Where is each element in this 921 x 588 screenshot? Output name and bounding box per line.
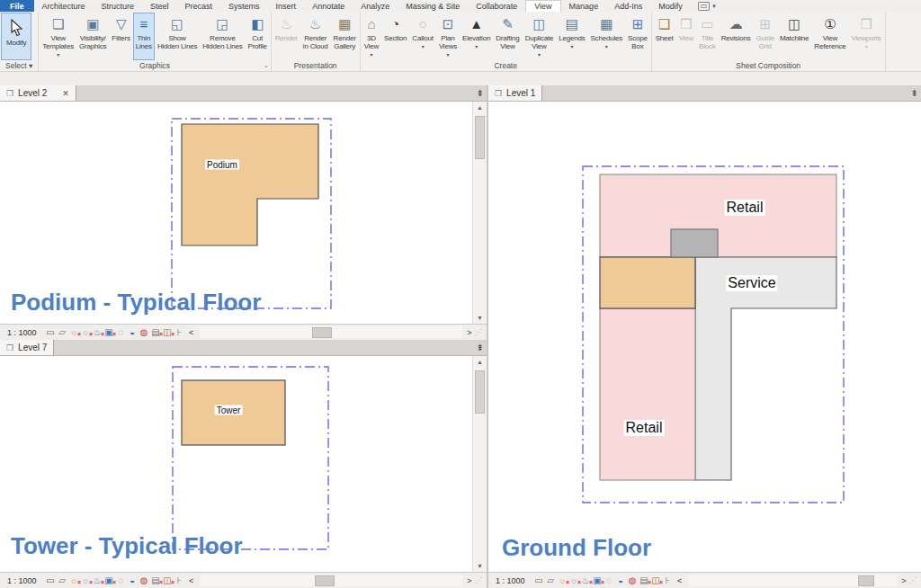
close-view-icon[interactable]: ✕ [62,89,69,98]
show-crop-region-icon[interactable]: ◌ [604,575,614,586]
crop-view-icon[interactable]: ▣× [592,575,603,586]
reveal-constraints-icon[interactable]: ⊦ [174,575,184,586]
ribbon-button-filters[interactable]: ▽Filters [109,13,132,60]
rendering-dialog-icon[interactable]: ♨× [92,575,103,586]
ribbon-button-view-templates[interactable]: ❏View Templates▾ [40,13,76,60]
tab-list-icon[interactable]: ⇟ [911,85,918,101]
resize-grip-icon[interactable]: ⋰ [475,328,487,336]
ribbon-tab-massing-site[interactable]: Massing & Site [398,0,468,12]
temporary-hide-isolate-icon[interactable]: ◒ [615,575,626,586]
rendering-dialog-icon[interactable]: ♨× [92,327,103,338]
view-tab-level-2[interactable]: ❐ Level 2 ✕ [0,85,76,101]
scrollbar-thumb[interactable] [315,575,335,586]
ribbon-button-elevation[interactable]: ▲Elevation▾ [460,13,493,60]
detail-level-icon[interactable]: ▭ [45,327,56,338]
detail-level-icon[interactable]: ▭ [45,575,56,586]
sun-path-icon[interactable]: ☼× [68,327,79,338]
reveal-hidden-elements-icon[interactable]: ◍ [139,327,149,338]
ribbon-button-matchline[interactable]: ◫Matchline [777,13,811,60]
ribbon-button-legends[interactable]: ▤Legends▾ [556,13,587,60]
hide-analytical-model-icon[interactable]: ◫× [650,575,661,586]
core-block[interactable] [671,229,718,257]
ribbon-button-visibility-graphics[interactable]: ▣Visibility/ Graphics [76,13,109,60]
room-label-service[interactable]: Service [726,275,777,291]
crop-view-icon[interactable]: ▣× [103,575,114,586]
ribbon-display-toggle[interactable]: ▭ ▾ [691,0,723,12]
view-tab-level-1[interactable]: ❐ Level 1 [488,85,542,101]
ribbon-tab-manage[interactable]: Manage [561,0,607,12]
scroll-right-icon[interactable]: > [464,328,475,337]
scroll-right-icon[interactable]: > [464,576,475,585]
ribbon-button-sheet[interactable]: ❑Sheet [653,13,676,60]
ribbon-button-render-gallery[interactable]: ▦Render Gallery [331,13,359,60]
resize-grip-icon[interactable]: ⋰ [475,576,487,584]
temporary-view-properties-icon[interactable]: ▤× [150,327,161,338]
scrollbar-thumb[interactable] [475,370,485,414]
tab-list-icon[interactable]: ⇟ [477,340,484,355]
collapse-icon[interactable]: < [189,576,193,585]
scroll-up-icon[interactable]: ▲ [473,356,487,368]
scroll-down-icon[interactable]: ▼ [473,312,487,324]
view-title-podium[interactable]: Podium - Typical Floor [11,289,261,316]
visual-style-icon[interactable]: ▱ [57,575,67,586]
scroll-down-icon[interactable]: ▼ [473,560,487,572]
view-tab-level-7[interactable]: ❐ Level 7 [0,340,54,355]
vertical-scrollbar[interactable]: ▲ ▼ [472,356,487,572]
show-crop-region-icon[interactable]: ◌ [115,575,126,586]
ribbon-tab-view[interactable]: View [525,0,560,12]
temporary-view-properties-icon[interactable]: ▤× [150,575,161,586]
scale-button[interactable]: 1 : 1000 [7,328,45,337]
ribbon-tab-steel[interactable]: Steel [142,0,177,12]
shadows-icon[interactable]: ☼× [568,575,579,586]
rendering-dialog-icon[interactable]: ♨× [580,575,591,586]
temporary-view-properties-icon[interactable]: ▤× [639,575,649,586]
ribbon-button-viewports[interactable]: ❒Viewports▾ [848,13,883,60]
ribbon-tab-insert[interactable]: Insert [268,0,305,12]
ribbon-button-title-block[interactable]: ▭Title Block [696,13,719,60]
ribbon-button-plan-views[interactable]: ⊡Plan Views▾ [436,13,460,60]
ribbon-tab-add-ins[interactable]: Add-Ins [606,0,650,12]
tab-list-icon[interactable]: ⇟ [477,85,484,101]
ribbon-button-view[interactable]: ❒View [676,13,696,60]
crop-view-icon[interactable]: ▣× [103,327,114,338]
reveal-constraints-icon[interactable]: ⊦ [662,575,673,586]
panel-expander-icon[interactable]: ⌄ [264,60,269,71]
ribbon-button-guide-grid[interactable]: ⊞Guide Grid [754,13,777,60]
scrollbar-thumb[interactable] [858,575,874,586]
ribbon-tab-modify[interactable]: Modify [650,0,691,12]
ribbon-button-render[interactable]: ♨Render [273,13,300,60]
ribbon-button-scope-box[interactable]: ⊞Scope Box [625,13,650,60]
room-label-retail-bottom[interactable]: Retail [624,420,665,436]
file-tab[interactable]: File [0,0,34,12]
ribbon-button-3d-view[interactable]: ⌂3D View▾ [362,13,381,60]
reveal-hidden-elements-icon[interactable]: ◍ [139,575,149,586]
room-label-retail-top[interactable]: Retail [725,200,765,216]
visual-style-icon[interactable]: ▱ [57,327,67,338]
sun-path-icon[interactable]: ☼× [68,575,79,586]
ribbon-tab-systems[interactable]: Systems [220,0,268,12]
ribbon-tab-collaborate[interactable]: Collaborate [468,0,525,12]
podium-mass[interactable] [182,124,318,245]
drawing-canvas-level-1[interactable]: Retail Service Retail Ground Floor [488,102,921,572]
ribbon-button-drafting-view[interactable]: ✎Drafting View [493,13,522,60]
ribbon-button-section[interactable]: ◔Section [381,13,409,60]
shadows-icon[interactable]: ☼× [80,575,91,586]
scroll-right-icon[interactable]: > [899,576,909,585]
view-title-tower[interactable]: Tower - Typical Floor [11,532,243,560]
ribbon-button-callout[interactable]: ◌Callout▾ [409,13,436,60]
reveal-hidden-elements-icon[interactable]: ◍ [627,575,638,586]
hide-analytical-model-icon[interactable]: ◫× [162,575,173,586]
collapse-icon[interactable]: < [677,576,682,585]
ribbon-button-show-hidden-lines[interactable]: ◱Show Hidden Lines [155,13,200,60]
ribbon-button-modify[interactable]: Modify [1,13,31,60]
temporary-hide-isolate-icon[interactable]: ◒ [127,327,138,338]
horizontal-scrollbar[interactable] [200,326,462,338]
ribbon-button-render-in-cloud[interactable]: ♨Render in Cloud [300,13,331,60]
ribbon-button-thin-lines[interactable]: ≡Thin Lines [133,13,155,60]
temporary-hide-isolate-icon[interactable]: ◒ [127,575,138,586]
hide-analytical-model-icon[interactable]: ◫× [162,327,173,338]
resize-grip-icon[interactable]: ⋰ [909,576,921,584]
scrollbar-thumb[interactable] [475,116,485,159]
scale-button[interactable]: 1 : 1000 [496,576,533,585]
room-label-tower[interactable]: Tower [215,405,243,415]
